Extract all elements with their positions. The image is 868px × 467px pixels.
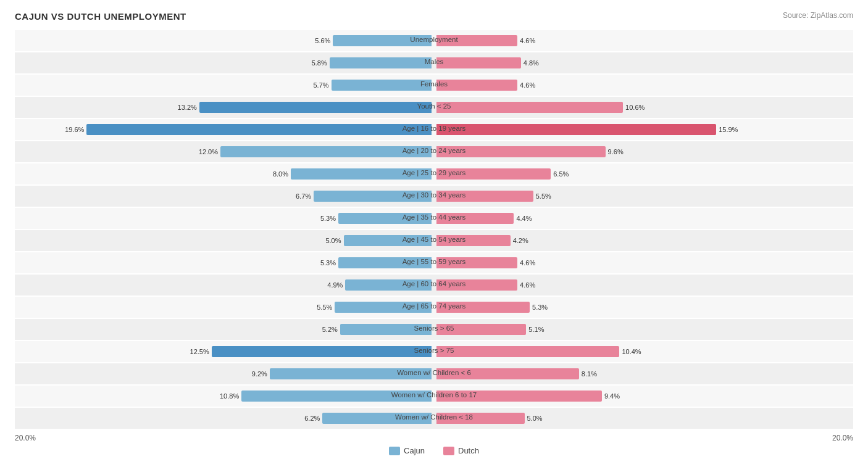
right-value: 8.1% bbox=[582, 370, 597, 378]
left-value: 12.5% bbox=[190, 348, 209, 355]
right-value: 5.1% bbox=[528, 326, 544, 333]
bar-row: 12.0%9.6%Age | 20 to 24 years bbox=[15, 141, 853, 162]
right-value: 4.6% bbox=[520, 37, 535, 44]
legend-dutch-box bbox=[443, 447, 454, 455]
right-value: 4.6% bbox=[520, 281, 535, 289]
right-value: 5.3% bbox=[532, 304, 548, 311]
left-value: 5.8% bbox=[312, 59, 327, 67]
right-value: 9.4% bbox=[604, 392, 620, 400]
bar-row: 6.7%5.5%Age | 30 to 34 years bbox=[15, 186, 853, 207]
bar-row: 5.0%4.2%Age | 45 to 54 years bbox=[15, 230, 853, 251]
left-value: 9.2% bbox=[252, 370, 267, 378]
legend: Cajun Dutch bbox=[15, 446, 853, 455]
left-value: 4.9% bbox=[327, 281, 343, 289]
bar-row: 13.2%10.6%Youth < 25 bbox=[15, 97, 853, 118]
right-value: 4.4% bbox=[516, 215, 532, 222]
bar-row: 12.5%10.4%Seniors > 75 bbox=[15, 341, 853, 362]
left-value: 5.0% bbox=[325, 237, 341, 244]
right-value: 4.2% bbox=[513, 237, 528, 244]
left-value: 5.7% bbox=[313, 81, 328, 89]
axis-left-label: 20.0% bbox=[15, 434, 36, 442]
bar-row: 5.8%4.8%Males bbox=[15, 52, 853, 73]
left-value: 6.2% bbox=[304, 415, 320, 422]
left-value: 13.2% bbox=[178, 104, 197, 111]
axis-right-label: 20.0% bbox=[832, 434, 853, 442]
legend-dutch: Dutch bbox=[443, 446, 479, 455]
axis-row: 20.0% 20.0% bbox=[15, 434, 853, 442]
right-value: 5.0% bbox=[527, 415, 543, 422]
bar-row: 10.8%9.4%Women w/ Children 6 to 17 bbox=[15, 386, 853, 407]
legend-cajun-box bbox=[389, 447, 400, 455]
bar-row: 5.3%4.6%Age | 55 to 59 years bbox=[15, 252, 853, 273]
chart-source: Source: ZipAtlas.com bbox=[783, 11, 853, 20]
left-value: 5.3% bbox=[320, 259, 336, 267]
right-value: 9.6% bbox=[608, 148, 624, 155]
bar-row: 5.7%4.6%Females bbox=[15, 75, 853, 96]
chart-title: CAJUN VS DUTCH UNEMPLOYMENT bbox=[15, 11, 186, 22]
legend-cajun: Cajun bbox=[389, 446, 425, 455]
left-value: 19.6% bbox=[65, 126, 84, 133]
right-value: 10.4% bbox=[622, 348, 641, 355]
legend-cajun-label: Cajun bbox=[404, 446, 425, 455]
axis-right: 20.0% bbox=[434, 434, 853, 442]
right-value: 4.6% bbox=[520, 259, 535, 267]
bar-row: 5.6%4.6%Unemployment bbox=[15, 30, 853, 51]
right-value: 10.6% bbox=[625, 104, 645, 111]
chart-header: CAJUN VS DUTCH UNEMPLOYMENT Source: ZipA… bbox=[15, 11, 853, 22]
left-value: 8.0% bbox=[273, 170, 288, 178]
bar-row: 19.6%15.9%Age | 16 to 19 years bbox=[15, 119, 853, 140]
bar-row: 5.5%5.3%Age | 65 to 74 years bbox=[15, 297, 853, 318]
right-value: 6.5% bbox=[553, 170, 569, 178]
right-value: 4.6% bbox=[520, 81, 535, 89]
bar-row: 4.9%4.6%Age | 60 to 64 years bbox=[15, 275, 853, 295]
left-value: 5.3% bbox=[320, 215, 336, 222]
axis-left: 20.0% bbox=[15, 434, 434, 442]
left-value: 5.5% bbox=[317, 304, 332, 311]
bar-row: 8.0%6.5%Age | 25 to 29 years bbox=[15, 163, 853, 184]
left-value: 6.7% bbox=[296, 192, 311, 200]
left-value: 10.8% bbox=[220, 392, 239, 400]
right-value: 5.5% bbox=[536, 192, 551, 200]
left-value: 5.2% bbox=[322, 326, 338, 333]
right-value: 15.9% bbox=[719, 126, 738, 133]
left-value: 12.0% bbox=[199, 148, 218, 155]
left-value: 5.6% bbox=[315, 37, 330, 44]
chart-container: CAJUN VS DUTCH UNEMPLOYMENT Source: ZipA… bbox=[0, 0, 868, 467]
rows-area: 5.6%4.6%Unemployment5.8%4.8%Males5.7%4.6… bbox=[15, 30, 853, 429]
bar-row: 5.3%4.4%Age | 35 to 44 years bbox=[15, 208, 853, 229]
bar-row: 5.2%5.1%Seniors > 65 bbox=[15, 319, 853, 340]
bar-row: 9.2%8.1%Women w/ Children < 6 bbox=[15, 363, 853, 384]
bar-row: 6.2%5.0%Women w/ Children < 18 bbox=[15, 408, 853, 429]
legend-dutch-label: Dutch bbox=[458, 446, 479, 455]
right-value: 4.8% bbox=[524, 59, 539, 67]
